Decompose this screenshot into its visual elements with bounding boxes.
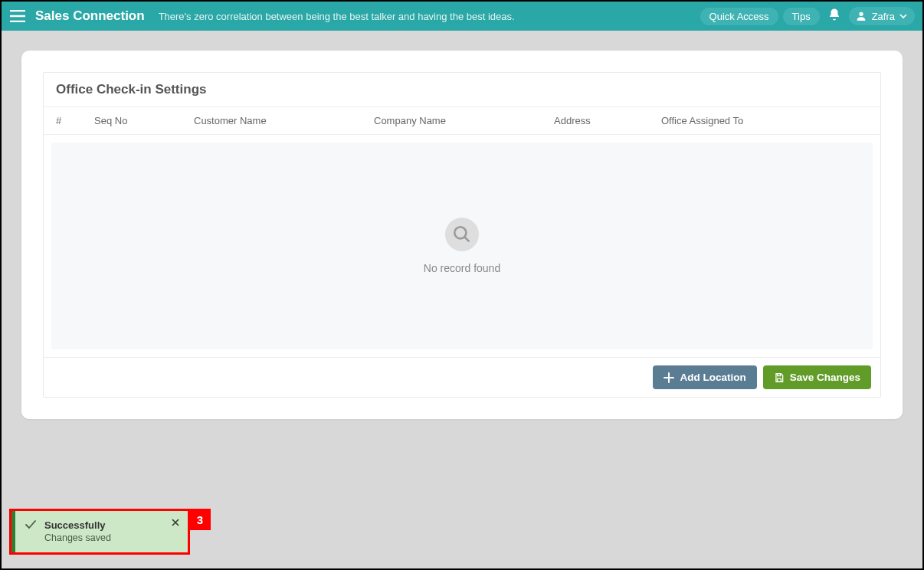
- col-address: Address: [554, 115, 661, 126]
- add-location-button[interactable]: Add Location: [653, 365, 756, 389]
- panel-footer: Add Location Save Changes: [44, 357, 880, 397]
- plus-icon: [664, 372, 674, 383]
- panel-title: Office Check-in Settings: [56, 82, 868, 97]
- col-company: Company Name: [374, 115, 554, 126]
- annotation-number: 3: [189, 509, 211, 530]
- save-changes-label: Save Changes: [790, 372, 860, 383]
- tips-button[interactable]: Tips: [783, 8, 820, 25]
- tips-label: Tips: [792, 11, 811, 22]
- toast-close-button[interactable]: [171, 517, 180, 529]
- settings-panel: Office Check-in Settings # Seq No Custom…: [43, 72, 881, 398]
- col-index: #: [56, 115, 94, 126]
- col-office: Office Assigned To: [661, 115, 868, 126]
- save-icon: [774, 372, 785, 383]
- notifications-button[interactable]: [827, 8, 841, 25]
- table-header-row: # Seq No Customer Name Company Name Addr…: [44, 107, 880, 135]
- search-icon: [452, 224, 472, 244]
- success-toast: Successfully Changes saved: [11, 511, 188, 552]
- top-navbar: Sales Connection There's zero correlatio…: [2, 2, 922, 31]
- chevron-down-icon: [899, 12, 907, 20]
- empty-state-icon-wrap: [445, 218, 479, 251]
- svg-point-0: [859, 12, 863, 16]
- toast-title: Successfully: [44, 519, 106, 531]
- col-seq-no: Seq No: [94, 115, 194, 126]
- app-title: Sales Connection: [35, 8, 145, 24]
- user-name-label: Zafra: [872, 11, 895, 22]
- content-area: Office Check-in Settings # Seq No Custom…: [2, 31, 922, 568]
- quick-access-button[interactable]: Quick Access: [700, 8, 778, 25]
- table-body-empty: No record found: [51, 142, 873, 349]
- panel-header: Office Check-in Settings: [44, 73, 880, 107]
- user-icon: [855, 10, 867, 22]
- empty-state-text: No record found: [424, 262, 500, 274]
- tagline-text: There's zero correlation between being t…: [159, 11, 515, 22]
- toast-message: Changes saved: [44, 532, 179, 543]
- hamburger-icon: [10, 10, 25, 22]
- settings-card: Office Check-in Settings # Seq No Custom…: [21, 51, 903, 419]
- quick-access-label: Quick Access: [709, 11, 769, 22]
- user-menu-button[interactable]: Zafra: [849, 7, 915, 25]
- check-icon: [25, 519, 37, 531]
- save-changes-button[interactable]: Save Changes: [763, 365, 871, 389]
- annotation-box: Successfully Changes saved 3: [9, 509, 190, 555]
- col-customer: Customer Name: [194, 115, 374, 126]
- close-icon: [171, 518, 180, 527]
- add-location-label: Add Location: [680, 372, 745, 383]
- bell-icon: [827, 8, 841, 21]
- menu-toggle-button[interactable]: [9, 8, 26, 25]
